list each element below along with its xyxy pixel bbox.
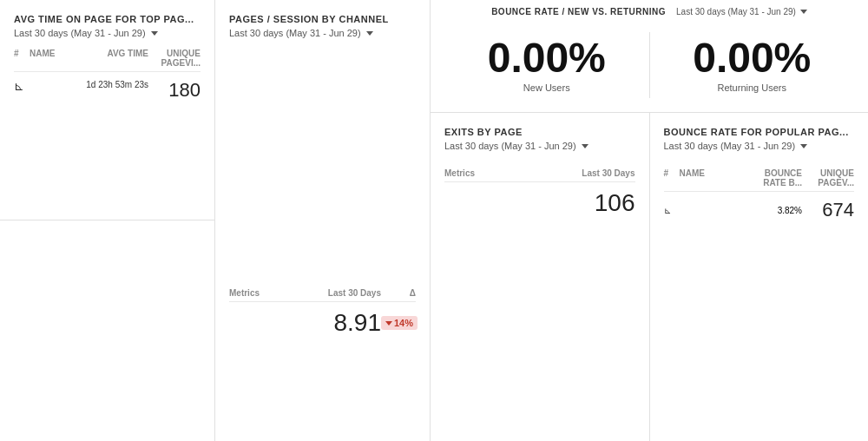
exits-last30-header: Last 30 Days [566, 168, 635, 178]
bounce-rate-popular-table-header: # NAME BOUNCE RATE B... UNIQUE PAGEV... [664, 168, 855, 192]
avg-time-date-filter[interactable]: Last 30 days (May 31 - Jun 29) [14, 28, 201, 38]
exits-row: 106 [444, 186, 635, 220]
exits-last30-value: 106 [444, 189, 635, 217]
delta-header: Δ [381, 288, 416, 298]
avg-time-table-header: # NAME AVG TIME UNIQUE PAGEVI... [14, 49, 201, 72]
bounce-rate-title: BOUNCE RATE / NEW VS. RETURNING [491, 7, 666, 16]
pages-session-value: 8.91 [312, 309, 381, 337]
mid-left-column: PAGES / SESSION BY CHANNEL Last 30 days … [215, 0, 431, 441]
new-users-value: 0.00% [488, 37, 606, 79]
avg-time-chevron-icon [151, 31, 158, 36]
bounce-rate-popular-date-filter[interactable]: Last 30 days (May 31 - Jun 29) [664, 141, 855, 151]
exits-by-page-title: EXITS BY PAGE [444, 127, 635, 137]
bounce-rate-popular-title: BOUNCE RATE FOR POPULAR PAG... [664, 127, 855, 137]
returning-users-metric: 0.00% Returning Users [650, 18, 855, 112]
bounce-rate-popular-chevron-icon [800, 144, 807, 148]
br-name-header: NAME [680, 168, 742, 188]
pages-session-delta: 14% [381, 316, 416, 331]
bounce-rate-chevron-icon [800, 10, 807, 14]
exits-metrics-header: Metrics [444, 168, 566, 178]
br-pageviews-value: 674 [802, 199, 854, 221]
exits-by-page-panel: EXITS BY PAGE Last 30 days (May 31 - Jun… [431, 113, 650, 441]
left-column: AVG TIME ON PAGE FOR TOP PAG... Last 30 … [0, 0, 215, 441]
bounce-rate-date-filter[interactable]: Last 30 days (May 31 - Jun 29) [676, 7, 807, 16]
br-tree-icon: ⊾ [664, 206, 680, 215]
pages-session-date-filter[interactable]: Last 30 days (May 31 - Jun 29) [229, 28, 416, 38]
delta-badge: 14% [381, 316, 418, 330]
avg-time-pageviews: 180 [148, 79, 201, 102]
pages-session-row: 8.91 14% [229, 306, 416, 340]
bounce-rate-header: BOUNCE RATE / NEW VS. RETURNING Last 30 … [431, 0, 868, 112]
exits-chevron-icon [582, 144, 589, 148]
bounce-rate-new-returning-panel: BOUNCE RATE / NEW VS. RETURNING Last 30 … [431, 0, 868, 113]
exits-by-page-date-filter[interactable]: Last 30 days (May 31 - Jun 29) [444, 141, 635, 151]
left-panel-bottom-spacer [0, 220, 214, 441]
right-section: BOUNCE RATE / NEW VS. RETURNING Last 30 … [431, 0, 868, 441]
bottom-spacer [229, 340, 416, 427]
returning-users-label: Returning Users [718, 82, 786, 93]
metrics-header: Metrics [229, 288, 312, 298]
avg-time-title: AVG TIME ON PAGE FOR TOP PAG... [14, 14, 201, 24]
pages-session-panel: PAGES / SESSION BY CHANNEL Last 30 days … [215, 0, 430, 441]
br-pageviews-header: UNIQUE PAGEV... [802, 168, 854, 188]
br-hash-header: # [664, 168, 680, 188]
avg-time-row: ⊾ 1d 23h 53m 23s 180 [14, 76, 201, 105]
pages-session-table-header: Metrics Last 30 Days Δ [229, 288, 416, 302]
pages-session-chevron-icon [366, 31, 373, 36]
col-name-header: NAME [30, 49, 79, 68]
col-pageviews-header: UNIQUE PAGEVI... [148, 49, 201, 68]
col-hash-header: # [14, 49, 30, 68]
tree-icon: ⊾ [14, 79, 30, 93]
bounce-metrics: 0.00% New Users 0.00% Returning Users [444, 18, 854, 112]
pages-session-title: PAGES / SESSION BY CHANNEL [229, 14, 416, 24]
spacer [229, 49, 416, 288]
col-avgtime-header: AVG TIME [79, 49, 148, 68]
avg-time-value: 1d 23h 53m 23s [79, 79, 148, 91]
bounce-rate-popular-panel: BOUNCE RATE FOR POPULAR PAG... Last 30 d… [650, 113, 869, 441]
bounce-title-row: BOUNCE RATE / NEW VS. RETURNING Last 30 … [444, 7, 854, 16]
avg-time-panel: AVG TIME ON PAGE FOR TOP PAG... Last 30 … [0, 0, 214, 220]
delta-arrow-down-icon [385, 321, 392, 326]
returning-users-value: 0.00% [693, 37, 811, 79]
br-bounce-value: 3.82% [741, 206, 802, 215]
bottom-right: EXITS BY PAGE Last 30 days (May 31 - Jun… [431, 113, 868, 441]
bounce-rate-popular-row: ⊾ 3.82% 674 [664, 195, 855, 225]
exits-table-header: Metrics Last 30 Days [444, 168, 635, 182]
last30-header: Last 30 Days [312, 288, 381, 298]
new-users-metric: 0.00% New Users [444, 18, 649, 112]
br-bounce-header: BOUNCE RATE B... [741, 168, 802, 188]
main-grid: AVG TIME ON PAGE FOR TOP PAG... Last 30 … [0, 0, 868, 441]
new-users-label: New Users [523, 82, 570, 93]
